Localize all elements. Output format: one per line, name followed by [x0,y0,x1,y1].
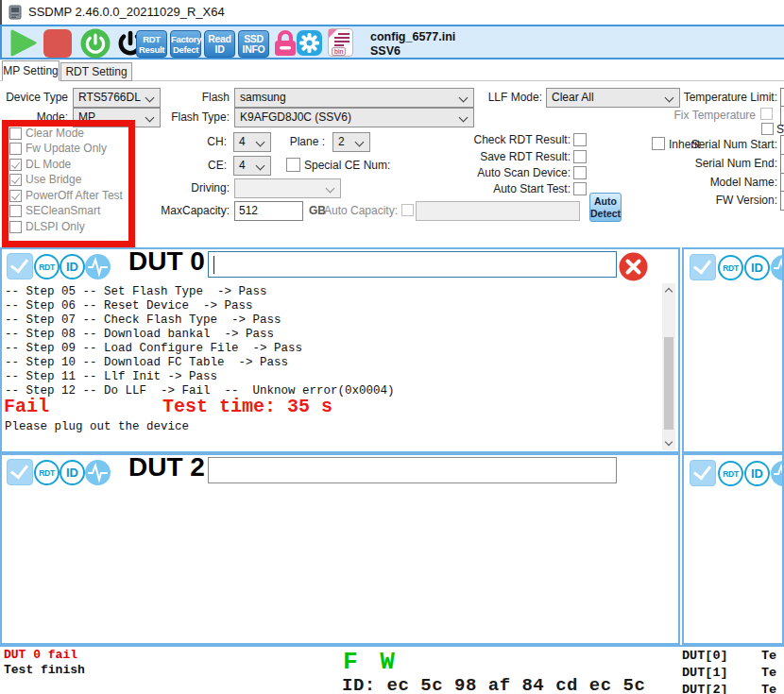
ce-value: 4 [239,159,246,172]
config-file-name: config_6577.ini [370,30,455,44]
read-id-button[interactable]: Read ID [204,30,235,58]
dut3-rdt-icon[interactable]: RDT [718,461,743,486]
ssdmp-window: SSDMP 2.46.0.0_20211029_R_X64 RDT Result… [0,0,784,694]
toolbar: RDT Result Factory Defect Read ID SSD IN… [0,25,784,59]
dut0-log-line: -- Step 10 -- Download FC Table -> Pass [5,356,288,370]
driving-label: Driving: [191,181,230,195]
dut0-test-time: Test time: 35 s [162,396,332,417]
auto-detect-button[interactable]: Auto Detect [589,193,622,222]
dut1-select-checkbox[interactable] [690,254,716,280]
ch-value: 4 [239,135,246,148]
ch-label: CH: [207,135,227,148]
dut0-log-line: -- Step 05 -- Set Flash Type -> Pass [5,285,267,299]
status-dut0-value: Te [761,649,776,663]
ce-label: CE: [208,159,227,172]
settings-gear-icon[interactable] [297,30,322,56]
auto-capacity-input [416,201,580,221]
dut0-error-icon[interactable] [619,252,648,281]
rdt-badge-text: RDT [723,469,739,479]
check-rdt-result-checkbox[interactable] [573,133,587,146]
dut0-log-line: -- Step 06 -- Reset Device -> Pass [5,299,253,313]
dut1-id-icon[interactable]: ID [744,255,770,280]
dut3-id-icon[interactable]: ID [744,461,770,486]
special-ce-num-label: Special CE Num: [304,159,390,172]
config-file-info: config_6577.ini SSV6 [370,30,455,59]
dut0-serial-input[interactable] [208,251,617,278]
chevron-down-icon [326,184,335,194]
dut2-pulse-icon[interactable] [85,460,111,485]
fix-temperature-checkbox[interactable] [760,108,773,120]
status-divider [0,645,784,647]
dut3-select-checkbox[interactable] [690,460,716,486]
start-test-button[interactable] [9,29,37,57]
factory-defect-button[interactable]: Factory Defect [170,30,201,58]
dut2-serial-input[interactable] [208,457,617,483]
dut0-log-scrollbar[interactable] [662,283,675,450]
id-badge-text: ID [751,261,763,275]
clipped-right-checkbox-label: S [776,123,784,136]
bin-file-icon[interactable]: bin [328,28,353,57]
dut1-panel: RDT ID [682,247,784,453]
dut2-rdt-icon[interactable]: RDT [34,460,60,485]
dut3-pulse-icon[interactable] [771,461,784,486]
dut0-pulse-icon[interactable] [85,254,111,279]
serial-num-end-label: Serial Num End: [695,157,777,170]
fw-version-input[interactable] [780,191,784,211]
flash-label: Flash [202,91,230,104]
ch-combo[interactable]: 4 [233,132,271,152]
ce-combo[interactable]: 4 [233,156,271,176]
auto-start-test-checkbox[interactable] [573,182,587,195]
dut1-pulse-icon[interactable] [771,255,784,280]
stop-test-button[interactable] [43,29,72,58]
llf-mode-label: LLF Mode: [488,91,542,104]
clipped-right-checkbox[interactable] [761,123,774,135]
flash-combo[interactable]: samsung [234,88,474,108]
llf-mode-combo[interactable]: Clear All [546,88,680,108]
red-annotation-box [2,120,135,247]
max-capacity-input[interactable]: 512 [234,201,303,221]
dut0-rdt-icon[interactable]: RDT [34,254,60,279]
plane-combo[interactable]: 2 [332,132,370,152]
temperature-limit-input[interactable] [780,88,784,108]
driving-combo[interactable] [234,178,341,198]
ssd-info-button[interactable]: SSD INFO [238,30,269,58]
rdt-result-label-1: RDT [137,34,166,44]
dut2-select-checkbox[interactable] [7,459,33,485]
auto-scan-device-checkbox[interactable] [573,166,587,179]
status-dut0-row: DUT[0] [682,649,728,663]
dut0-select-checkbox[interactable] [7,253,33,279]
power-on-button[interactable] [80,28,111,59]
flash-type-value: K9AFGD8J0C (SSV6) [240,110,351,124]
ssd-info-label-2: INFO [239,44,268,55]
inherit-checkbox[interactable] [652,137,665,150]
lock-icon[interactable] [273,28,298,58]
flash-type-combo[interactable]: K9AFGD8J0C (SSV6) [234,108,474,127]
chevron-down-icon [256,138,265,147]
serial-num-start-input[interactable] [780,135,784,155]
dut2-id-icon[interactable]: ID [60,460,85,485]
device-type-combo[interactable]: RTS5766DL [73,88,161,108]
dut0-id-icon[interactable]: ID [60,254,85,279]
scrollbar-thumb[interactable] [664,337,673,430]
save-rdt-result-checkbox[interactable] [573,150,587,163]
read-id-label-1: Read [205,34,234,44]
rdt-result-button[interactable]: RDT Result [136,30,167,58]
chevron-down-icon [665,93,674,103]
status-dut2-row: DUT[2] [682,683,728,694]
id-badge-text: ID [66,260,78,274]
scroll-down-icon[interactable] [662,436,675,450]
dut0-title: DUT 0 [128,247,205,277]
special-ce-num-checkbox[interactable] [286,158,300,172]
tab-mp-setting[interactable]: MP Setting [2,60,60,81]
dut0-log-line: -- Step 08 -- Download bankal -> Pass [5,328,274,342]
dut0-message: Please plug out the device [5,420,189,433]
scroll-up-icon[interactable] [662,283,675,297]
text-caret [213,256,214,274]
model-name-input[interactable] [780,173,784,193]
rdt-result-label-2: Result [137,44,166,55]
serial-num-end-input[interactable] [780,154,784,174]
tab-rdt-setting[interactable]: RDT Setting [60,62,132,81]
dut0-log-line: -- Step 09 -- Load Configure File -> Pas… [5,342,302,356]
dut1-rdt-icon[interactable]: RDT [718,255,743,280]
auto-capacity-checkbox[interactable] [401,204,414,216]
